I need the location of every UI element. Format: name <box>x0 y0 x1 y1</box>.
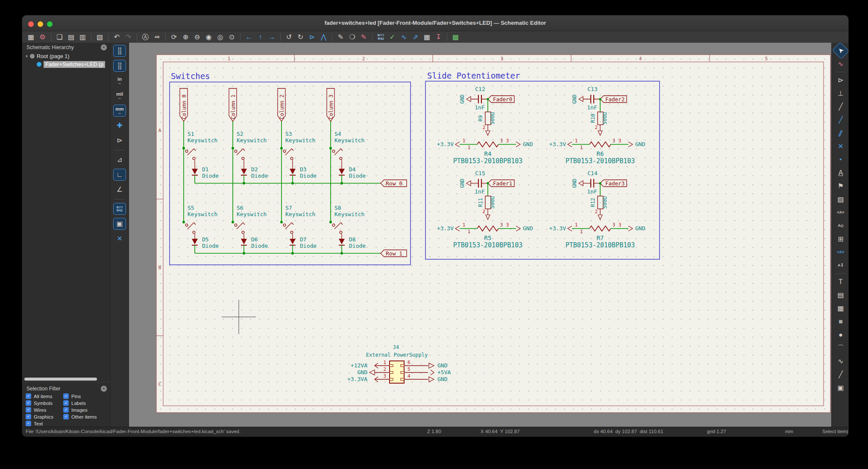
checkbox-text[interactable]: ✓ <box>26 421 31 426</box>
pcb-editor-button[interactable]: ▩ <box>450 32 461 42</box>
units-mils-button[interactable]: mil↔ <box>114 90 126 101</box>
diode-D6[interactable]: D6Diode <box>241 236 268 253</box>
properties-panel-toggle[interactable]: ▣ <box>114 218 126 229</box>
arc-tool[interactable]: ⌒ <box>835 343 847 353</box>
nav-back-button[interactable]: ← <box>243 32 254 42</box>
connector-J4[interactable]: J4External PowerSupply1+12VA2GND3+3.3VA6… <box>347 344 451 383</box>
grid-toggle[interactable]: ⣿ <box>114 45 126 56</box>
sync-sheet-pins-tool[interactable]: A↧ <box>835 260 847 271</box>
hierarchy-scrollbar[interactable] <box>24 378 97 381</box>
redo-button[interactable]: ↷ <box>123 32 134 42</box>
keyswitch-S5[interactable]: S5Keyswitch <box>182 205 217 239</box>
fader-section[interactable]: Slide PotentiometerGNDC121nFFader0R9500Ω… <box>425 71 660 259</box>
erc-button[interactable]: ✓ <box>387 32 398 42</box>
row-label-1[interactable]: Row 1 <box>381 250 407 257</box>
diode-D3[interactable]: D3Diode <box>290 166 317 183</box>
fader-block-Fader0[interactable]: GNDC121nFFader0R9500Ω2+3.3VGND1133R4PTB0… <box>437 86 533 165</box>
hierarchy-selected-item[interactable]: Fader+Switches+LED (p <box>22 60 110 68</box>
checkbox-images[interactable]: ✓ <box>63 407 69 413</box>
symbol-editor-button[interactable]: ✎ <box>335 32 346 42</box>
column-label-1[interactable]: Column 1 <box>229 88 237 121</box>
diode-D8[interactable]: D8Diode <box>339 236 366 253</box>
angle-45-mode-button[interactable]: ∠ <box>114 184 126 195</box>
zoom-out-button[interactable]: ⊖ <box>192 32 202 42</box>
page-settings-button[interactable]: ❏ <box>54 32 65 42</box>
diode-D1[interactable]: D1Diode <box>192 166 219 183</box>
diode-D7[interactable]: D7Diode <box>290 236 317 253</box>
schematic-setup-button[interactable]: ⚙ <box>37 32 48 42</box>
j4-left-pin-3[interactable]: 3+3.3VA <box>347 373 393 382</box>
close-window-button[interactable] <box>28 21 34 27</box>
fader-block-Fader1[interactable]: GNDC151nFFader1R11500Ω2+3.3VGND1133R5PTB… <box>437 170 533 249</box>
rectangle-tool[interactable]: ■ <box>835 316 847 327</box>
bus-tool[interactable]: ∥ <box>833 126 848 140</box>
column-label-2[interactable]: Column 2 <box>278 88 285 121</box>
schematic-canvas[interactable]: 12345ABCSwitchesColumn 0Column 1Column 2… <box>129 43 831 427</box>
undo-button[interactable]: ↶ <box>111 32 122 42</box>
units-inches-button[interactable]: in↔ <box>114 75 126 86</box>
tools-button[interactable]: ✕ <box>114 233 126 244</box>
checkbox-labels[interactable]: ✓ <box>63 400 69 406</box>
keyswitch-S7[interactable]: S7Keyswitch <box>280 205 315 239</box>
grid-override-toggle[interactable]: ⣿ <box>114 60 126 71</box>
checkbox-other-items[interactable]: ✓ <box>63 414 69 419</box>
mirror-h-button[interactable]: ⊳ <box>307 32 317 42</box>
wire-tool[interactable]: ╱ <box>835 114 847 125</box>
hv-angle-mode-button[interactable]: ∟ <box>114 169 126 180</box>
line-tool[interactable]: ╱ <box>835 369 847 380</box>
import-sheet-pin-tool[interactable]: <A> <box>835 247 847 258</box>
checkbox-wires[interactable]: ✓ <box>26 407 31 413</box>
keyswitch-S6[interactable]: S6Keyswitch <box>232 205 267 239</box>
zoom-objects-button[interactable]: ◎ <box>215 32 226 42</box>
net-class-flag-tool[interactable]: ⚑ <box>835 181 847 191</box>
minimize-window-button[interactable] <box>38 21 43 27</box>
units-mm-button[interactable]: mm↔ <box>114 105 126 116</box>
nav-forward-button[interactable]: → <box>267 32 277 42</box>
j4-left-pin-1[interactable]: 1+12VA <box>351 360 393 369</box>
place-power-port-tool[interactable]: ⊥ <box>835 88 847 99</box>
image-tool[interactable]: ▣ <box>835 382 847 393</box>
paste-button[interactable]: ▧ <box>94 32 105 42</box>
junction-tool[interactable]: ● <box>835 154 847 165</box>
find-button[interactable]: Ⓐ <box>140 32 151 42</box>
switches-section[interactable]: SwitchesColumn 0Column 1Column 2Column 3… <box>170 71 411 265</box>
keyswitch-S3[interactable]: S3Keyswitch <box>280 131 315 169</box>
hierarchy-close-icon[interactable]: ✕ <box>101 44 107 50</box>
zoom-window-button[interactable] <box>47 21 53 27</box>
diode-D2[interactable]: D2Diode <box>241 166 268 183</box>
schematic-drawing[interactable]: 12345ABCSwitchesColumn 0Column 1Column 2… <box>129 43 831 427</box>
bom-button[interactable]: ↧ <box>433 32 444 42</box>
chevron-down-icon[interactable]: ▾ <box>26 54 28 59</box>
selection-tool[interactable]: ➤ <box>833 43 848 59</box>
zoom-selection-button[interactable]: ⊙ <box>226 32 237 42</box>
footprint-assign-button[interactable]: ✎ <box>358 32 369 42</box>
shapes-tool[interactable]: ▨ <box>835 194 847 205</box>
hierarchy-root-item[interactable]: ▾ Root (page 1) <box>22 52 110 60</box>
bezier-tool[interactable]: ∿ <box>835 356 847 366</box>
annotate-auto-toggle[interactable]: R?? R42 <box>114 203 126 214</box>
keyswitch-S8[interactable]: S8Keyswitch <box>329 205 364 239</box>
row-label-0[interactable]: Row 0 <box>381 180 407 187</box>
hier-label-tool[interactable]: A◇ <box>835 220 847 231</box>
print-button[interactable]: ▤ <box>66 32 76 42</box>
keyswitch-S1[interactable]: S1Keyswitch <box>182 131 217 169</box>
diode-D4[interactable]: D4Diode <box>339 166 366 183</box>
simulator-button[interactable]: ∿ <box>399 32 409 42</box>
cursor-shape-toggle[interactable]: ✚ <box>114 120 126 131</box>
circle-tool[interactable]: ● <box>835 329 847 340</box>
hidden-pins-toggle[interactable]: ⊳ <box>114 135 126 146</box>
global-label-tool[interactable]: <A> <box>835 207 847 218</box>
column-label-0[interactable]: Column 0 <box>180 88 188 121</box>
zoom-in-button[interactable]: ⊕ <box>180 32 191 42</box>
rotate-cw-button[interactable]: ↻ <box>295 32 306 42</box>
mirror-v-button[interactable]: ⋀ <box>318 32 329 42</box>
field-table-button[interactable]: ▦ <box>422 32 432 42</box>
erc-navigate-button[interactable]: ⇗ <box>410 32 421 42</box>
annotate-button[interactable]: R?? R42 <box>375 32 386 42</box>
text-tool[interactable]: T <box>835 276 847 287</box>
fader-block-Fader3[interactable]: GNDC141nFFader3R12500Ω2+3.3VGND1133R7PTB… <box>549 170 645 249</box>
selection-filter-close-icon[interactable]: ✕ <box>101 386 107 392</box>
column-label-3[interactable]: Column 3 <box>327 88 334 121</box>
plot-button[interactable]: ▥ <box>77 32 88 42</box>
keyswitch-S2[interactable]: S2Keyswitch <box>232 131 267 169</box>
